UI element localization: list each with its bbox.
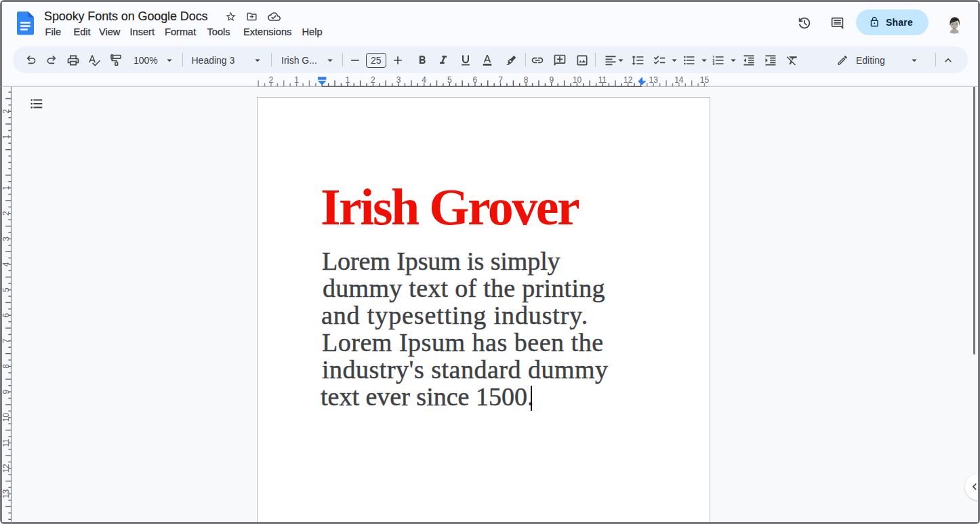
svg-text:8: 8 <box>1 364 11 369</box>
svg-text:7: 7 <box>1 338 11 343</box>
svg-text:1: 1 <box>1 185 11 190</box>
svg-text:12: 12 <box>624 75 633 85</box>
svg-text:15: 15 <box>700 75 710 85</box>
svg-text:12: 12 <box>1 464 11 473</box>
svg-text:13: 13 <box>1 489 11 499</box>
svg-text:10: 10 <box>1 413 11 422</box>
svg-text:10: 10 <box>573 75 582 85</box>
svg-text:8: 8 <box>524 75 529 85</box>
svg-text:2: 2 <box>269 75 274 85</box>
svg-text:3: 3 <box>1 237 11 241</box>
svg-text:6: 6 <box>473 75 478 85</box>
svg-text:9: 9 <box>1 389 11 394</box>
svg-text:5: 5 <box>447 75 452 85</box>
svg-text:13: 13 <box>649 75 659 85</box>
svg-text:2: 2 <box>1 109 11 114</box>
svg-text:11: 11 <box>598 75 607 85</box>
svg-text:4: 4 <box>1 262 11 266</box>
svg-text:4: 4 <box>422 75 426 85</box>
svg-text:6: 6 <box>1 313 11 318</box>
svg-text:1: 1 <box>345 75 350 85</box>
svg-text:3: 3 <box>396 75 401 85</box>
svg-text:2: 2 <box>1 211 11 216</box>
svg-text:1: 1 <box>1 134 11 139</box>
svg-text:2: 2 <box>371 75 375 85</box>
svg-text:5: 5 <box>1 287 11 292</box>
svg-text:14: 14 <box>674 75 684 85</box>
svg-text:9: 9 <box>549 75 554 85</box>
svg-text:11: 11 <box>1 439 11 447</box>
svg-text:7: 7 <box>498 75 503 85</box>
svg-text:1: 1 <box>294 75 299 85</box>
